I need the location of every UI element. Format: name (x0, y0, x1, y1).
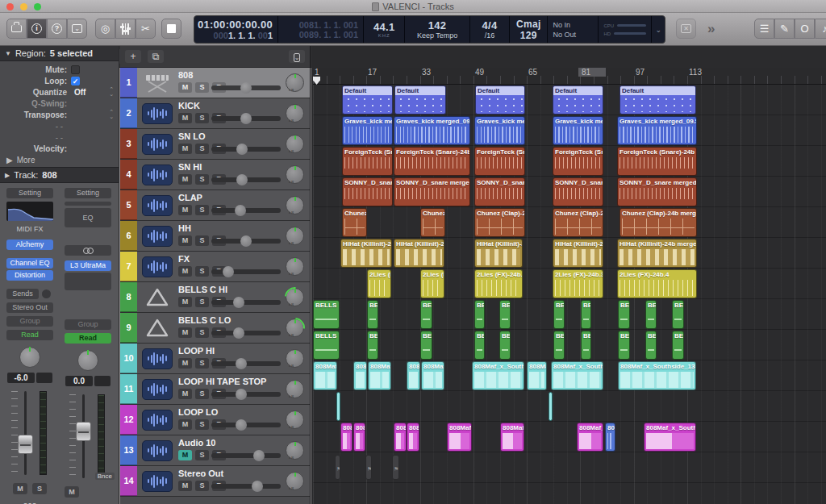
region[interactable]: HiHat (Killinit)-24b merged_1.4 (617, 239, 697, 268)
track-volume-slider[interactable] (211, 300, 281, 305)
track-name[interactable]: SN HI (178, 162, 202, 172)
audio-fx-slot-channel-eq[interactable]: Channel EQ (6, 258, 53, 269)
bounce-badge[interactable]: Bnce (95, 473, 115, 480)
track-header[interactable]: 14Stereo OutMSRL R (120, 466, 310, 497)
region[interactable]: Chunez ( (342, 208, 367, 237)
empty-fx-slot[interactable] (65, 273, 111, 290)
track-name[interactable]: LOOP LO (178, 407, 218, 417)
more-disclosure[interactable]: ▶More (0, 154, 119, 165)
mixer-button[interactable] (115, 19, 136, 39)
region[interactable]: 2Lies (FX)-24b.4 (617, 269, 697, 298)
region[interactable] (549, 392, 553, 421)
mute-button[interactable]: M (13, 483, 27, 494)
region[interactable]: BEL (420, 300, 432, 329)
library-button[interactable] (6, 19, 27, 39)
region[interactable]: 808Maf_ (577, 423, 603, 452)
region[interactable]: 808 (353, 361, 367, 390)
track-mute-button[interactable]: M (178, 266, 192, 277)
track-solo-button[interactable]: S (195, 358, 209, 369)
region[interactable]: 808 (340, 423, 353, 452)
slider-thumb[interactable] (233, 327, 244, 339)
track-header[interactable]: 5CLAPMSRL R (120, 190, 310, 221)
track-volume-slider[interactable] (211, 453, 281, 458)
region[interactable]: 2Lies (FX)-24b.3 (553, 269, 603, 298)
track-solo-button[interactable]: S (195, 266, 209, 277)
track-solo-button[interactable]: S (195, 235, 209, 246)
track-solo-button[interactable]: S (195, 205, 209, 215)
group-slot[interactable]: Group (65, 319, 111, 330)
more-tools-chevron[interactable]: » (707, 21, 715, 37)
track-header[interactable]: 1808MSRL R (120, 68, 310, 98)
lcd-chevron-icon[interactable]: ⌄ (652, 16, 665, 43)
track-header[interactable]: 6HHMSRL R (120, 221, 310, 252)
track-solo-button[interactable]: S (195, 144, 209, 154)
track-solo-button[interactable]: S (195, 389, 209, 399)
master-mute-button[interactable]: ✕ (676, 19, 696, 39)
region[interactable]: Graves_kick merged (553, 116, 603, 145)
track-header[interactable]: 11LOOP HI TAPE STOPMSRL R (120, 374, 310, 405)
track-volume-slider[interactable] (211, 269, 281, 274)
track-solo-button[interactable]: S (195, 419, 209, 430)
output-slot[interactable]: Stereo Out (6, 302, 53, 313)
eq-slot-mini[interactable] (65, 202, 111, 206)
region[interactable]: HiHat (Killinit)-24b (340, 239, 392, 268)
audio-fx-slot-l3[interactable]: L3 UltraMa (65, 260, 111, 271)
region[interactable]: BEL (553, 300, 565, 329)
track-mute-button[interactable]: M (178, 481, 192, 491)
group-slot[interactable]: Group (6, 316, 53, 327)
region[interactable]: BEL (581, 300, 591, 329)
quick-help-button[interactable]: ? (47, 19, 67, 39)
region[interactable]: Chunez ( (420, 208, 445, 237)
region[interactable]: SONNY_D_snare merged_16.4 (617, 177, 697, 206)
audio-fx-slot-distortion[interactable]: Distortion (6, 270, 53, 281)
track-mute-button[interactable]: M (178, 358, 192, 369)
region[interactable]: BEL (618, 300, 630, 329)
region[interactable]: ⚑ (365, 455, 372, 480)
track-pan-knob[interactable]: L R (286, 380, 304, 398)
track-header[interactable]: 7FXMSRL R (120, 252, 310, 282)
region[interactable]: Graves_kick merged (342, 116, 393, 145)
track-name[interactable]: BELLS C LO (178, 315, 231, 325)
region[interactable]: 808 (407, 423, 419, 452)
track-pan-knob[interactable]: L R (286, 410, 304, 429)
slider-thumb[interactable] (236, 144, 248, 155)
track-pan-knob[interactable]: L R (286, 472, 304, 490)
eq-thumbnail-placeholder[interactable]: EQ (65, 208, 111, 227)
track-pan-knob[interactable]: L R (286, 104, 304, 123)
track-mute-button[interactable]: M (178, 174, 192, 185)
track-volume-slider[interactable] (211, 484, 281, 489)
track-volume-slider[interactable] (211, 116, 281, 121)
region[interactable]: Graves_kick merged_09.5 (617, 116, 697, 145)
region[interactable]: BEL (581, 331, 591, 360)
volume-value[interactable]: -6.0 (7, 373, 35, 383)
region[interactable]: Default (620, 85, 696, 115)
track-name[interactable]: HH (178, 223, 191, 233)
region[interactable]: HiHat (Killinit)-24b (474, 239, 523, 268)
midi-fx-slot[interactable]: MIDI FX (6, 224, 53, 235)
region[interactable]: HiHat (Killinit)-24b (394, 239, 444, 268)
track-volume-slider[interactable] (211, 85, 281, 90)
track-name[interactable]: CLAP (178, 193, 202, 202)
region[interactable]: 808Maf_x_Southsid (644, 423, 696, 452)
track-inspector-header[interactable]: ▶ Track:808 (0, 168, 119, 183)
region[interactable]: 808Maf (527, 361, 547, 390)
region[interactable]: 808Maf_ (368, 361, 391, 390)
track-volume-slider[interactable] (211, 423, 281, 427)
region[interactable]: 808Maf_ (421, 361, 444, 390)
mute-checkbox[interactable] (71, 65, 80, 74)
fader-thumb[interactable] (18, 435, 33, 454)
region[interactable]: BEL (672, 300, 684, 329)
track-pan-knob[interactable]: L R (286, 441, 304, 460)
bar-ruler[interactable]: 1173349658197113 (313, 68, 826, 85)
setting-button[interactable]: Setting (6, 188, 53, 198)
region[interactable]: ForeignTeck (Snare)-24b merg (394, 147, 470, 176)
inspector-button[interactable]: i (27, 19, 47, 39)
region[interactable]: SONNY_D_snare me (474, 177, 525, 206)
track-mute-button[interactable]: M (178, 419, 192, 430)
track-volume-slider[interactable] (211, 239, 281, 244)
slider-thumb[interactable] (236, 389, 247, 400)
track-mute-button[interactable]: M (178, 389, 192, 399)
track-name[interactable]: LOOP HI (178, 346, 215, 356)
region[interactable]: BEL (618, 331, 630, 360)
track-solo-button[interactable]: S (195, 113, 209, 123)
